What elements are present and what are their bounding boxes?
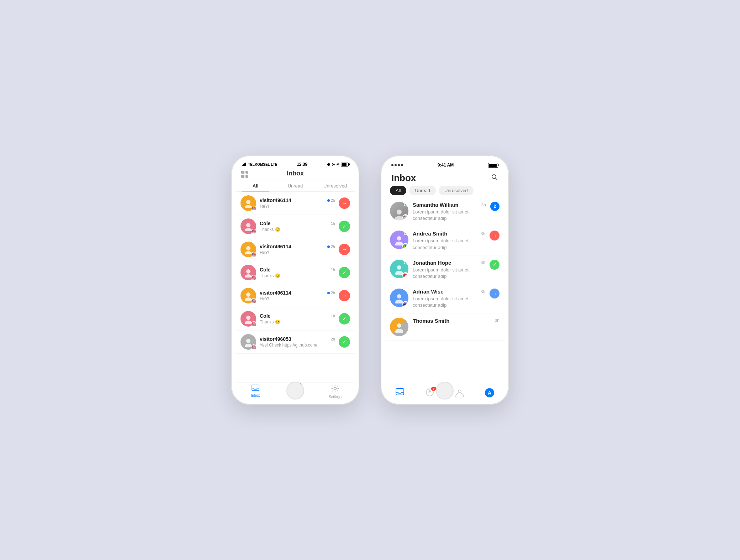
- conv2-body-adrian: Adrian Wise 3h Lorem ipsum dolor sit ame…: [413, 289, 485, 308]
- grid-icon[interactable]: [241, 171, 248, 178]
- svg-rect-14: [252, 385, 259, 391]
- battery-container-2: [488, 163, 498, 168]
- conv-item-thomas[interactable]: Thomas Smith 3h: [385, 313, 504, 341]
- svg-point-23: [397, 265, 401, 270]
- check-button[interactable]: ✓: [339, 221, 350, 232]
- arrow-btn-v3[interactable]: →: [339, 290, 350, 301]
- check-btn-cole3[interactable]: ✓: [339, 313, 350, 324]
- battery-icon: [341, 163, 349, 167]
- svg-rect-29: [396, 389, 404, 395]
- nav2-profile-icon: [455, 388, 464, 399]
- conv2-msg-andrea: Lorem ipsum dolor sit amet,consectetur a…: [413, 238, 485, 250]
- conv-action-cole2[interactable]: ✓: [339, 267, 350, 278]
- conv-action-cole1[interactable]: ✓: [339, 221, 350, 232]
- time-label-2: 9:41 AM: [438, 163, 454, 168]
- battery-icon-2: [488, 163, 498, 168]
- nav2-more-icon: A: [485, 388, 494, 397]
- tab-unread-2[interactable]: Unread: [409, 186, 436, 195]
- conv2-action-samantha: 2: [490, 202, 500, 211]
- conv-item-cole3[interactable]: 🇺🇸 Cole 1h Thanks 🙂 ✓: [236, 307, 355, 331]
- check-btn-cole2[interactable]: ✓: [339, 267, 350, 278]
- conv2-msg-jonathan: Lorem ipsum dolor sit amet,consectetur a…: [413, 267, 485, 280]
- phone2-header: Inbox: [385, 170, 504, 186]
- avatar-wrap-visitor2: 🇺🇸: [240, 242, 256, 257]
- phone-1: TELKOMSEL LTE 12.39 ⊕ ➤ ✳: [231, 155, 359, 405]
- tab-unresolved-1[interactable]: Unresolved: [315, 180, 355, 191]
- check-btn-jonathan[interactable]: ✓: [490, 260, 500, 270]
- conv-time-cole2: 1h: [331, 268, 335, 272]
- conv2-action-andrea[interactable]: →: [490, 231, 500, 241]
- conv2-body-andrea: Andrea Smith 3h Lorem ipsum dolor sit am…: [413, 231, 485, 250]
- avatar-thomas: [390, 318, 408, 336]
- conv-item-visitor1[interactable]: 🇺🇸 visitor496114 2h HeY!: [236, 192, 355, 215]
- conv2-name-andrea: Andrea Smith: [413, 231, 448, 237]
- conv-action[interactable]: →: [339, 197, 350, 209]
- conv-time-cole3: 1h: [331, 314, 335, 318]
- conv-item-visitor2[interactable]: 🇺🇸 visitor496114 2h HeY!: [236, 238, 355, 261]
- svg-point-26: [395, 300, 403, 303]
- navigation-icon: ➤: [332, 162, 335, 167]
- conv-item-cole2[interactable]: 🇺🇸 Cole 1h Thanks 🙂 ✓: [236, 261, 355, 284]
- nav-settings[interactable]: Settings: [315, 385, 355, 399]
- search-button[interactable]: [491, 174, 498, 183]
- green-btn-v053[interactable]: ✓: [339, 336, 350, 348]
- arrow-btn-v2[interactable]: →: [339, 244, 350, 255]
- conv-item-adrian[interactable]: 🇦🇺 Adrian Wise 3h Lorem ipsum dolor sit …: [385, 284, 504, 313]
- conv-msg-v053: Yes! Check https://github.com/: [260, 343, 335, 348]
- arrow-btn-andrea[interactable]: →: [490, 231, 500, 241]
- conv-body-cole3: Cole 1h Thanks 🙂: [260, 313, 335, 324]
- conv-body-visitor053: visitor496053 2h Yes! Check https://gith…: [260, 336, 335, 348]
- tab-all-2[interactable]: All: [390, 186, 406, 195]
- nav-inbox[interactable]: Inbox: [236, 385, 275, 399]
- conv-message: HeY!: [260, 204, 335, 209]
- svg-point-17: [334, 387, 337, 390]
- arrow-btn-adrian[interactable]: →: [490, 289, 500, 299]
- conv2-time-adrian: 3h: [481, 289, 485, 294]
- conv2-action-adrian[interactable]: →: [490, 289, 500, 299]
- badge-count-samantha: 2: [490, 202, 500, 211]
- signal-icon: [242, 163, 246, 166]
- inbox-icon: [252, 385, 259, 393]
- dots-container: [391, 164, 403, 166]
- conv-item-samantha[interactable]: 🇺🇸 Samantha William 3h Lorem ipsum dolor…: [385, 197, 504, 226]
- tab-all-1[interactable]: All: [236, 180, 275, 191]
- conv-time-v053: 2h: [331, 337, 335, 341]
- conv2-name-jonathan: Jonathan Hope: [413, 260, 451, 266]
- conv-item-andrea[interactable]: 🇧🇷 Andrea Smith 3h Lorem ipsum dolor sit…: [385, 226, 504, 255]
- conv-action-v053[interactable]: ✓: [339, 336, 350, 348]
- conv-action-v2[interactable]: →: [339, 244, 350, 255]
- conv-action-cole3[interactable]: ✓: [339, 313, 350, 324]
- home-button-1[interactable]: [286, 382, 304, 400]
- carrier-label: TELKOMSEL LTE: [248, 163, 277, 167]
- conv2-msg-samantha: Lorem ipsum dolor sit amet,consectetur a…: [413, 209, 486, 222]
- conv-msg-cole3: Thanks 🙂: [260, 319, 335, 324]
- conv2-body-thomas: Thomas Smith 3h: [413, 318, 500, 325]
- arrow-button[interactable]: →: [339, 197, 350, 209]
- inbox-title-1: Inbox: [236, 170, 355, 177]
- conv-name-cole2: Cole: [260, 267, 270, 273]
- conv-action-v3[interactable]: →: [339, 290, 350, 301]
- tab-unread-1[interactable]: Unread: [275, 180, 315, 191]
- nav-label-inbox: Inbox: [251, 393, 260, 397]
- conv-item-visitor3[interactable]: 🇺🇸 visitor496114 2h HeY!: [236, 284, 355, 307]
- nav-label-settings: Settings: [329, 395, 342, 399]
- conv-name-cole3: Cole: [260, 313, 270, 319]
- conv2-time-samantha: 3h: [481, 202, 486, 207]
- settings-icon: [331, 385, 339, 394]
- conv-item-jonathan[interactable]: 🇻🇳 Jonathan Hope 3h Lorem ipsum dolor si…: [385, 255, 504, 284]
- nav2-inbox[interactable]: [385, 388, 415, 399]
- conv2-name-thomas: Thomas Smith: [413, 318, 449, 324]
- conversation-list-2: 🇺🇸 Samantha William 3h Lorem ipsum dolor…: [385, 197, 504, 385]
- conv-item-visitor053[interactable]: 🇺🇸 visitor496053 2h Yes! Check https://g…: [236, 331, 355, 354]
- nav2-more[interactable]: A: [475, 388, 504, 399]
- svg-point-18: [492, 175, 496, 179]
- tab-unresolved-2[interactable]: Unresolved: [439, 186, 474, 195]
- svg-point-32: [456, 393, 464, 397]
- conv-item-cole1[interactable]: 🇺🇸 Cole 1h Thanks 🙂 ✓: [236, 215, 355, 238]
- online-dot-andrea: [404, 231, 408, 235]
- conv-time-v2: 2h: [327, 244, 335, 249]
- flag-jonathan: 🇻🇳: [402, 272, 408, 278]
- avatar-wrap-visitor3: 🇺🇸: [240, 288, 256, 303]
- home-button-2[interactable]: [436, 382, 454, 400]
- conv2-action-jonathan[interactable]: ✓: [490, 260, 500, 270]
